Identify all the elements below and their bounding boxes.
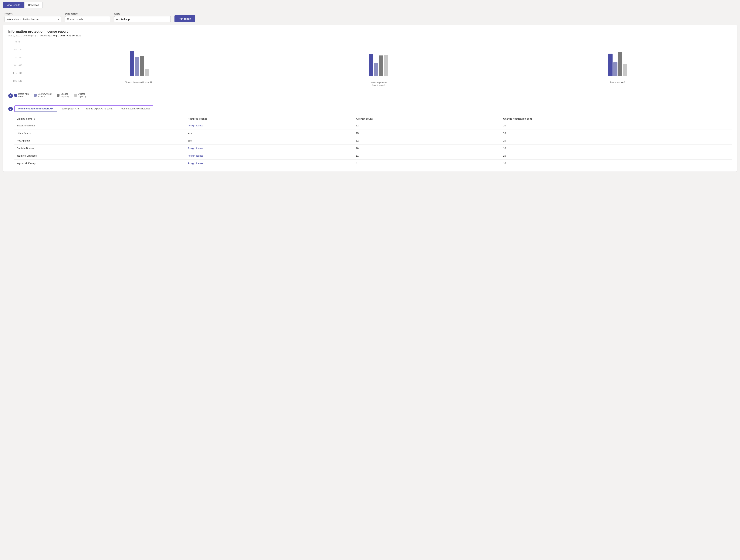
cell-required-license[interactable]: Assign license <box>185 144 354 152</box>
apps-input[interactable] <box>114 16 171 22</box>
x-label-1: Teams change notification API <box>25 81 253 87</box>
cell-attempt-count: 12 <box>354 122 501 129</box>
assign-license-link[interactable]: Assign license <box>188 124 203 127</box>
assign-license-link[interactable]: Assign license <box>188 147 203 150</box>
cell-required-license[interactable]: Assign license <box>185 152 354 159</box>
apps-filter-label: Apps <box>114 12 171 15</box>
date-range-select[interactable]: Current month <box>65 16 110 22</box>
legend-swatch-mid-blue <box>34 94 36 97</box>
y-axis-left: 30k 24k 18k 12k 6k 0 <box>8 41 18 87</box>
tabs-and-table: Teams change notification API Teams patc… <box>14 105 732 167</box>
x-label-2: Teams export API(chat + teams) <box>265 81 492 87</box>
x-label-3: Teams patch API <box>504 81 732 87</box>
tab-teams-export-teams[interactable]: Teams export APIs (teams) <box>117 106 153 112</box>
report-select[interactable]: Information protection license ▾ <box>5 16 61 22</box>
table-header: Display name ↓ Required license Attempt … <box>14 116 732 122</box>
legend-swatch-dark-blue <box>14 94 17 97</box>
tab-teams-export-chat[interactable]: Teams export APIs (chat) <box>82 106 117 112</box>
cell-required-license[interactable]: Assign license <box>185 122 354 129</box>
assign-license-link[interactable]: Assign license <box>188 162 203 165</box>
date-range-label: Date range <box>65 12 110 15</box>
report-filter-label: Report <box>5 12 61 15</box>
legend-users-without-license: Users withoutlicense <box>34 93 52 98</box>
report-title: Information protection license report <box>8 30 732 33</box>
tab-teams-patch[interactable]: Teams patch API <box>57 106 83 112</box>
date-range-value: Current month <box>67 18 83 21</box>
view-reports-button[interactable]: View reports <box>3 2 24 8</box>
cell-change-notification-sent: 10 <box>501 122 732 129</box>
table-row: Babak ShammasAssign license1210 <box>14 122 732 129</box>
cell-attempt-count: 11 <box>354 152 501 159</box>
run-report-button[interactable]: Run report <box>175 15 195 22</box>
cell-attempt-count: 13 <box>354 129 501 137</box>
download-button[interactable]: Download <box>24 2 43 8</box>
bar-2-seeded-capacity <box>379 55 383 76</box>
date-range-filter-group: Date range Current month <box>65 12 110 22</box>
legend-label-utilized-capacity: Utilizedcapacity <box>78 93 86 98</box>
cell-display-name: Krystal McKinney <box>14 159 185 167</box>
cell-change-notification-sent: 10 <box>501 144 732 152</box>
bar-3-utilized-capacity <box>623 64 627 76</box>
legend-swatch-dark-gray <box>57 94 60 97</box>
filter-bar: Report Information protection license ▾ … <box>0 10 740 25</box>
chart-bars-3 <box>609 52 627 76</box>
legend-label-seeded-capacity: Seededcapacity <box>61 93 69 98</box>
license-table: Display name ↓ Required license Attempt … <box>14 116 732 167</box>
cell-required-license: Yes <box>185 129 354 137</box>
chart-groups-container <box>25 41 732 80</box>
report-select-value: Information protection license <box>7 18 39 21</box>
cell-required-license: Yes <box>185 137 354 144</box>
y-axis-right: 500 400 300 200 100 0 <box>18 41 25 87</box>
legend-seeded-capacity: Seededcapacity <box>57 93 69 98</box>
cell-display-name: Roy Appleton <box>14 137 185 144</box>
assign-license-link[interactable]: Assign license <box>188 154 203 157</box>
cell-attempt-count: 4 <box>354 159 501 167</box>
table-row: Hilary ReyesYes1310 <box>14 129 732 137</box>
report-meta-range-value: Aug 1, 2021 - Aug 30, 2021 <box>53 34 81 37</box>
chart-wrapper: Teams change notification API Teams expo… <box>25 41 732 87</box>
col-display-name: Display name ↓ <box>14 116 185 122</box>
chart-group-1 <box>25 51 253 76</box>
cell-display-name: Babak Shammas <box>14 122 185 129</box>
bar-2-utilized-capacity <box>384 55 388 76</box>
chevron-down-icon: ▾ <box>58 18 59 21</box>
table-row: Jazmine SimmonsAssign license1110 <box>14 152 732 159</box>
bar-1-users-without-license <box>135 57 139 76</box>
report-meta-range-label: Date range: <box>40 34 53 37</box>
legend-label-users-with-license: Users withlicense <box>18 93 29 98</box>
chart-bars-1 <box>130 51 149 76</box>
cell-display-name: Hilary Reyes <box>14 129 185 137</box>
report-meta: Aug 7, 2021 11:59 am (PT) | Date range: … <box>8 34 732 37</box>
chart-group-2 <box>265 54 492 76</box>
cell-display-name: Jazmine Simmons <box>14 152 185 159</box>
table-body: Babak ShammasAssign license1210Hilary Re… <box>14 122 732 167</box>
cell-change-notification-sent: 10 <box>501 137 732 144</box>
report-card: Information protection license report Au… <box>3 25 737 172</box>
cell-change-notification-sent: 10 <box>501 159 732 167</box>
chart-group-3 <box>504 52 732 76</box>
cell-attempt-count: 12 <box>354 137 501 144</box>
col-required-license: Required license <box>185 116 354 122</box>
cell-change-notification-sent: 10 <box>501 129 732 137</box>
tab-teams-change-notification[interactable]: Teams change notification API <box>14 106 57 112</box>
legend-utilized-capacity: Utilizedcapacity <box>74 93 86 98</box>
chart-bars-2 <box>369 54 388 76</box>
bar-2-users-without-license <box>374 63 378 76</box>
bar-3-users-without-license <box>613 62 618 76</box>
report-meta-date: Aug 7, 2021 11:59 am (PT) <box>8 34 36 37</box>
api-tabs: Teams change notification API Teams patc… <box>14 105 153 112</box>
step-8-badge: 8 <box>8 93 13 98</box>
x-axis-labels: Teams change notification API Teams expo… <box>25 81 732 87</box>
apps-filter-group: Apps <box>114 12 171 22</box>
cell-required-license[interactable]: Assign license <box>185 159 354 167</box>
bar-1-utilized-capacity <box>145 69 149 76</box>
chart-section: 30k 24k 18k 12k 6k 0 500 400 300 200 100… <box>8 41 732 87</box>
col-change-notification-sent: Change notification sent <box>501 116 732 122</box>
chart-bars-area <box>25 41 732 80</box>
bar-3-seeded-capacity <box>618 52 622 76</box>
step-9-badge: 9 <box>8 107 13 111</box>
col-attempt-count: Attempt count <box>354 116 501 122</box>
bar-3-users-with-license <box>609 53 613 76</box>
legend-swatch-light-gray <box>74 94 77 97</box>
sort-arrow-icon: ↓ <box>34 117 35 120</box>
